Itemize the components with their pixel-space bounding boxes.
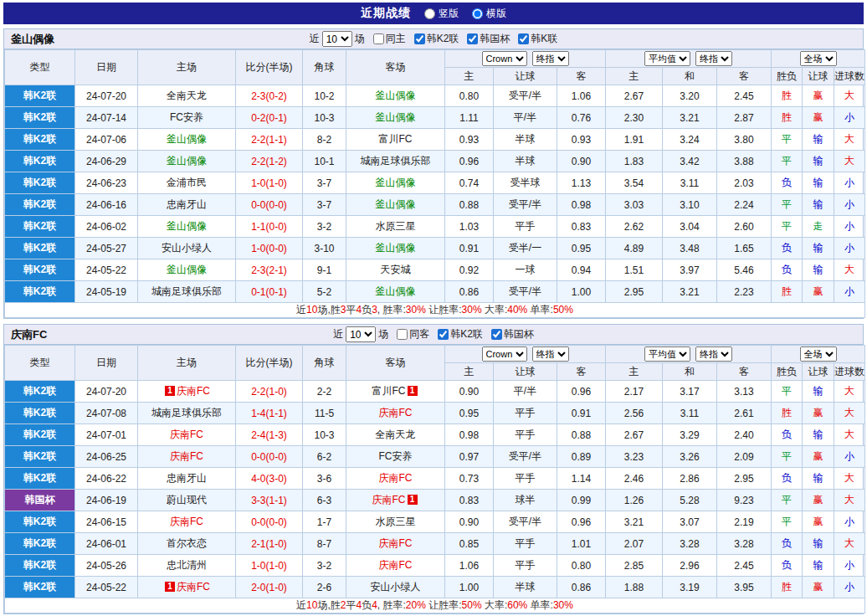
league-cell[interactable]: 韩国杯 bbox=[5, 490, 75, 511]
home-team-name[interactable]: 庆南FC bbox=[177, 581, 210, 593]
odds-stage-select[interactable]: 终指 bbox=[532, 346, 569, 362]
home-team-name[interactable]: 蔚山现代 bbox=[167, 494, 207, 506]
layout-radio-horizontal-input[interactable] bbox=[472, 8, 483, 19]
league-cell[interactable]: 韩K2联 bbox=[5, 468, 75, 490]
home-team-name[interactable]: 城南足球俱乐部 bbox=[151, 285, 222, 297]
league-filter-checkbox-2[interactable]: 韩国杯 bbox=[467, 32, 510, 46]
average-select[interactable]: 平均值 bbox=[644, 346, 690, 362]
home-team-name[interactable]: 釜山偶像 bbox=[167, 155, 207, 167]
odds-away-cell: 0.95 bbox=[557, 238, 606, 259]
sub-header: 让球 bbox=[803, 68, 834, 85]
home-team-name[interactable]: 庆南FC bbox=[177, 385, 210, 397]
league-filter-checkbox-2-input[interactable] bbox=[467, 33, 478, 44]
summary-segment: 20% bbox=[406, 599, 426, 611]
avg-stage-select[interactable]: 终指 bbox=[695, 51, 732, 66]
away-team-name[interactable]: 全南天龙 bbox=[376, 429, 416, 440]
match-count-select[interactable]: 10 bbox=[346, 326, 376, 342]
league-filter-checkbox-3-input[interactable] bbox=[518, 33, 529, 44]
league-cell[interactable]: 韩K2联 bbox=[5, 216, 75, 238]
away-team-name[interactable]: 釜山偶像 bbox=[376, 198, 416, 210]
league-cell[interactable]: 韩K2联 bbox=[5, 281, 75, 303]
away-team-name[interactable]: 釜山偶像 bbox=[376, 177, 416, 188]
bookmaker-select[interactable]: Crown bbox=[482, 51, 527, 66]
home-team-name[interactable]: 庆南FC bbox=[170, 516, 203, 527]
odds-stage-select[interactable]: 终指 bbox=[532, 51, 569, 66]
layout-radio-horizontal[interactable]: 横版 bbox=[472, 7, 506, 21]
away-team-name[interactable]: 釜山偶像 bbox=[376, 90, 416, 101]
scope-select[interactable]: 全场 bbox=[800, 346, 837, 362]
layout-radio-vertical[interactable]: 竖版 bbox=[424, 7, 459, 21]
home-team-name[interactable]: 忠南牙山 bbox=[167, 472, 207, 484]
home-team-name[interactable]: 忠南牙山 bbox=[167, 198, 207, 210]
away-team-name[interactable]: 富川FC bbox=[379, 133, 413, 145]
odds-away-cell: 1.01 bbox=[557, 533, 606, 555]
league-cell[interactable]: 韩K2联 bbox=[5, 403, 75, 424]
average-select[interactable]: 平均值 bbox=[644, 51, 690, 66]
home-team-name[interactable]: 釜山偶像 bbox=[167, 133, 207, 145]
league-filter-checkbox-1-input[interactable] bbox=[414, 33, 425, 44]
away-team-name[interactable]: 庆南FC bbox=[379, 472, 413, 484]
league-cell[interactable]: 韩K2联 bbox=[5, 259, 75, 281]
same-venue-checkbox-input[interactable] bbox=[373, 33, 384, 44]
away-team-name[interactable]: 釜山偶像 bbox=[376, 111, 416, 123]
away-team-name[interactable]: 庆南FC bbox=[379, 559, 413, 571]
layout-radio-vertical-input[interactable] bbox=[424, 8, 435, 19]
league-cell[interactable]: 韩K2联 bbox=[5, 129, 75, 151]
home-team-name[interactable]: 忠北清州 bbox=[167, 559, 207, 571]
away-team-name[interactable]: 釜山偶像 bbox=[376, 242, 416, 254]
away-team-name[interactable]: 安山小绿人 bbox=[371, 581, 421, 593]
match-count-select[interactable]: 10 bbox=[322, 31, 352, 47]
away-team-name[interactable]: 城南足球俱乐部 bbox=[361, 155, 431, 167]
home-team-name[interactable]: 釜山偶像 bbox=[167, 264, 207, 275]
away-team-name[interactable]: 庆南FC bbox=[379, 407, 413, 418]
away-team-cell: 天安城 bbox=[346, 259, 445, 281]
away-team-name[interactable]: 水原三星 bbox=[376, 220, 416, 232]
league-cell[interactable]: 韩K2联 bbox=[5, 424, 75, 446]
league-filter-checkbox-1[interactable]: 韩K2联 bbox=[438, 327, 483, 341]
home-team-name[interactable]: 金浦市民 bbox=[167, 177, 207, 188]
league-cell[interactable]: 韩K2联 bbox=[5, 577, 75, 598]
same-venue-checkbox[interactable]: 同主 bbox=[373, 32, 406, 46]
away-team-name[interactable]: FC安养 bbox=[379, 450, 413, 462]
home-team-name[interactable]: 首尔衣恋 bbox=[167, 537, 207, 549]
league-cell[interactable]: 韩K2联 bbox=[5, 172, 75, 194]
result-goals-cell: 大 bbox=[834, 381, 865, 403]
bookmaker-select[interactable]: Crown bbox=[482, 346, 527, 362]
league-cell[interactable]: 韩K2联 bbox=[5, 238, 75, 259]
home-team-name[interactable]: 城南足球俱乐部 bbox=[151, 407, 222, 418]
league-filter-checkbox-2[interactable]: 韩国杯 bbox=[491, 327, 534, 341]
avg-stage-select[interactable]: 终指 bbox=[695, 346, 732, 362]
scope-select[interactable]: 全场 bbox=[800, 51, 837, 66]
league-filter-checkbox-1-input[interactable] bbox=[438, 329, 449, 340]
match-row: 韩国杯24-06-19蔚山现代3-3(1-1)6-3庆南FC10.83球半0.9… bbox=[5, 490, 865, 511]
league-filter-checkbox-2-input[interactable] bbox=[491, 329, 502, 340]
same-venue-checkbox-input[interactable] bbox=[397, 329, 408, 340]
away-team-name[interactable]: 庆南FC bbox=[379, 537, 413, 549]
match-row: 韩K2联24-07-06釜山偶像2-2(1-1)8-2富川FC0.93半球0.9… bbox=[5, 129, 865, 151]
away-team-name[interactable]: 富川FC bbox=[372, 385, 406, 397]
league-cell[interactable]: 韩K2联 bbox=[5, 555, 75, 577]
home-team-cell: 釜山偶像 bbox=[138, 129, 236, 151]
away-team-name[interactable]: 庆南FC bbox=[372, 494, 406, 506]
league-cell[interactable]: 韩K2联 bbox=[5, 446, 75, 468]
home-team-name[interactable]: 釜山偶像 bbox=[167, 220, 207, 232]
odds-away-cell: 0.86 bbox=[557, 577, 606, 598]
league-filter-checkbox-1[interactable]: 韩K2联 bbox=[414, 32, 459, 46]
away-team-name[interactable]: 釜山偶像 bbox=[376, 285, 416, 297]
league-cell[interactable]: 韩K2联 bbox=[5, 107, 75, 129]
league-cell[interactable]: 韩K2联 bbox=[5, 151, 75, 172]
home-team-name[interactable]: 全南天龙 bbox=[167, 90, 207, 101]
league-cell[interactable]: 韩K2联 bbox=[5, 381, 75, 403]
away-team-name[interactable]: 天安城 bbox=[381, 264, 411, 275]
home-team-name[interactable]: 庆南FC bbox=[170, 429, 203, 440]
home-team-name[interactable]: 安山小绿人 bbox=[162, 242, 212, 254]
same-venue-checkbox[interactable]: 同客 bbox=[397, 327, 429, 341]
league-cell[interactable]: 韩K2联 bbox=[5, 511, 75, 533]
league-cell[interactable]: 韩K2联 bbox=[5, 194, 75, 216]
league-cell[interactable]: 韩K2联 bbox=[5, 85, 75, 107]
league-filter-checkbox-3[interactable]: 韩K联 bbox=[518, 32, 557, 46]
home-team-name[interactable]: 庆南FC bbox=[170, 450, 203, 462]
league-cell[interactable]: 韩K2联 bbox=[5, 533, 75, 555]
home-team-name[interactable]: FC安养 bbox=[170, 111, 203, 123]
away-team-name[interactable]: 水原三星 bbox=[376, 516, 416, 527]
